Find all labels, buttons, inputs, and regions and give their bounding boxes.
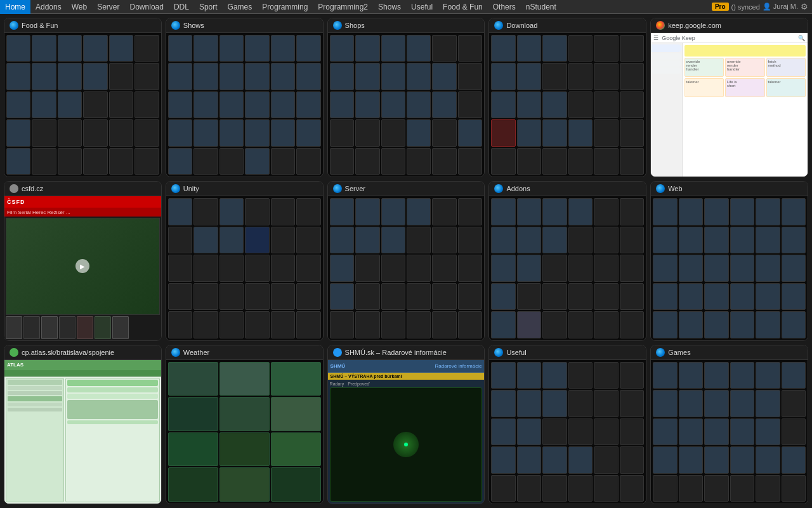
tab-card-keep[interactable]: keep.google.com ☰ Google Keep 🔍 xyxy=(650,18,808,177)
thumb xyxy=(193,198,218,225)
thumb xyxy=(407,198,431,225)
nav-item-ddl[interactable]: DDL xyxy=(169,0,194,14)
thumb xyxy=(330,91,354,118)
nav-item-shows[interactable]: Shows xyxy=(373,0,406,14)
thumb xyxy=(407,148,431,175)
thumb xyxy=(568,198,593,225)
tab-card-server[interactable]: Server xyxy=(327,181,485,340)
thumb xyxy=(568,283,593,310)
card-title-useful: Useful xyxy=(506,349,526,356)
thumb xyxy=(432,198,456,225)
thumb xyxy=(782,446,806,473)
tab-card-food-fun[interactable]: Food & Fun xyxy=(4,18,162,177)
thumb xyxy=(620,63,644,90)
nav-item-others[interactable]: Others xyxy=(488,0,521,14)
card-header-games: Games xyxy=(651,345,808,360)
thumb xyxy=(458,148,482,175)
thumb xyxy=(679,446,703,473)
keep-note: talomer xyxy=(766,78,806,97)
tab-card-weather[interactable]: Weather xyxy=(166,345,324,504)
tab-card-web[interactable]: Web xyxy=(650,181,808,340)
nav-item-web[interactable]: Web xyxy=(67,0,92,14)
thumb xyxy=(542,119,566,146)
thumb xyxy=(330,63,354,90)
nav-item-download[interactable]: Download xyxy=(125,0,169,14)
thumb xyxy=(134,119,159,146)
nav-item-games[interactable]: Games xyxy=(223,0,258,14)
thumb xyxy=(245,255,269,281)
tab-card-csfd[interactable]: csfd.cz ČSFD Film Seriál Herec Režisér .… xyxy=(4,181,162,340)
thumb xyxy=(517,63,541,90)
thumb xyxy=(458,198,482,225)
thumb xyxy=(245,35,269,62)
thumb xyxy=(491,390,515,417)
nav-item-programming2[interactable]: Programming2 xyxy=(313,0,373,14)
tab-card-shows[interactable]: Shows xyxy=(166,18,324,177)
tab-card-addons[interactable]: Addons xyxy=(488,181,646,340)
tab-card-shops[interactable]: Shops xyxy=(327,18,485,177)
thumb xyxy=(730,418,754,445)
thumb xyxy=(517,446,541,473)
thumb xyxy=(355,227,379,253)
thumb xyxy=(407,255,431,281)
thumb xyxy=(193,227,218,253)
tab-card-shmu[interactable]: SHMÚ.sk – Radarové informácie SHMÚ Radar… xyxy=(327,345,485,504)
nav-item-nstudent[interactable]: nStudent xyxy=(521,0,561,14)
thumb xyxy=(594,390,618,417)
tab-card-unity[interactable]: Unity xyxy=(166,181,324,340)
keep-note: fetchmethod xyxy=(766,58,806,77)
tab-card-download[interactable]: Download xyxy=(488,18,646,177)
thumb xyxy=(491,63,515,90)
synced-label: () synced xyxy=(731,3,760,11)
nav-item-addons[interactable]: Addons xyxy=(30,0,67,14)
tab-card-games[interactable]: Games xyxy=(650,345,808,504)
thumb xyxy=(330,255,354,281)
thumb xyxy=(679,362,703,389)
thumb xyxy=(756,362,780,389)
thumb xyxy=(168,283,192,310)
nav-item-useful[interactable]: Useful xyxy=(406,0,438,14)
thumb xyxy=(491,148,515,175)
shmu-labels: RadaryPredpoveď xyxy=(330,382,483,386)
thumb xyxy=(168,362,218,396)
thumb xyxy=(620,119,644,146)
nav-item-home[interactable]: Home xyxy=(0,0,30,14)
thumb xyxy=(432,255,456,281)
thumb xyxy=(271,35,295,62)
card-header-download: Download xyxy=(489,18,646,33)
tab-card-useful[interactable]: Useful xyxy=(488,345,646,504)
thumb xyxy=(355,119,379,146)
nav-item-sport[interactable]: Sport xyxy=(194,0,223,14)
card-icon-weather xyxy=(171,348,180,357)
thumb xyxy=(219,311,244,338)
thumb xyxy=(109,91,133,118)
thumb xyxy=(168,198,192,225)
thumb xyxy=(730,475,754,502)
keep-body: overriderenderhandler overriderenderhand… xyxy=(651,43,808,177)
nav-item-food-fun[interactable]: Food & Fun xyxy=(438,0,488,14)
thumb xyxy=(193,255,218,281)
thumb xyxy=(6,35,30,62)
nav-item-programming[interactable]: Programming xyxy=(257,0,313,14)
thumb xyxy=(296,148,320,175)
thumb xyxy=(704,446,728,473)
thumb xyxy=(407,63,431,90)
nav-right: Pro () synced 👤 Juraj M. ⚙ xyxy=(708,2,812,11)
thumb xyxy=(782,198,806,225)
thumb xyxy=(296,35,320,62)
thumb xyxy=(83,91,107,118)
csfd-bar: ČSFD xyxy=(4,196,161,208)
csfd-nav: Film Seriál Herec Režisér ... xyxy=(4,208,161,217)
thumb xyxy=(679,283,703,310)
thumb xyxy=(491,227,515,253)
shmu-preview: SHMÚ Radarové informácie SHMÚ – VÝSTRAHA… xyxy=(328,360,485,504)
tab-card-atlas[interactable]: cp.atlas.sk/bratislava/spojenie ATLAS xyxy=(4,345,162,504)
thumb xyxy=(491,119,515,146)
card-icon-web xyxy=(656,184,665,193)
thumb xyxy=(271,362,321,396)
thumb xyxy=(653,362,677,389)
thumb xyxy=(407,311,431,338)
nav-item-server[interactable]: Server xyxy=(92,0,124,14)
settings-icon[interactable]: ⚙ xyxy=(801,2,808,11)
thumb xyxy=(245,283,269,310)
